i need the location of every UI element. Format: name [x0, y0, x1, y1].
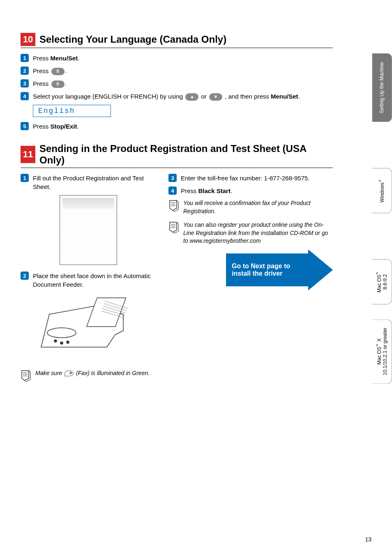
step-badge: 2 — [21, 272, 29, 280]
up-key-icon: ▲ — [185, 93, 198, 101]
arrow-label: Go to Next page to install the driver — [232, 263, 302, 277]
key-label: Black Start — [198, 187, 231, 194]
tab-macos-x[interactable]: Mac OS® X10.1/10.2.1 or greater — [372, 319, 392, 384]
step-badge: 5 — [21, 122, 29, 130]
side-tabs: Setting Up the Machine Windows® Mac OS®8… — [372, 53, 392, 384]
note-icon — [168, 221, 179, 233]
step-badge: 3 — [168, 174, 177, 182]
svg-point-2 — [54, 340, 57, 342]
step-text: Place the sheet face down in the Automat… — [33, 272, 156, 289]
fax-mode-icon — [65, 371, 74, 376]
step-text: Press — [33, 123, 51, 130]
note-confirmation: You will receive a confirmation fax of y… — [168, 199, 333, 215]
note-text: (Fax) is illuminated in Green. — [76, 370, 150, 376]
section-title-10: Selecting Your Language (Canada Only) — [39, 34, 226, 45]
step-10-3: 3 Press 0. — [21, 79, 333, 88]
next-page-arrow: Go to Next page to install the driver — [226, 253, 333, 286]
page-content: 10 Selecting Your Language (Canada Only)… — [0, 0, 353, 408]
step-11-4: 4 Press Black Start. — [168, 187, 333, 195]
step-10-4: 4 Select your language (ENGLISH or FRENC… — [21, 92, 333, 101]
svg-point-1 — [47, 328, 76, 338]
step-text: Press — [33, 55, 51, 62]
left-column: 1 Fill out the Product Registration and … — [21, 174, 156, 387]
svg-point-4 — [67, 341, 69, 343]
section-number-10: 10 — [21, 33, 35, 46]
zero-key-icon: 0 — [51, 81, 65, 88]
step-11-1: 1 Fill out the Product Registration and … — [21, 174, 156, 191]
note-text: Make sure — [35, 370, 64, 376]
svg-point-3 — [60, 342, 63, 344]
tab-macos-86[interactable]: Mac OS®8.6-9.2 — [372, 259, 392, 304]
step-badge: 4 — [168, 187, 177, 195]
step-10-5: 5 Press Stop/Exit. — [21, 122, 333, 131]
step-text: Press — [181, 187, 198, 194]
registration-sheet-illustration — [60, 195, 117, 265]
section-number-11: 11 — [21, 146, 35, 163]
section-title-11: Sending in the Product Registration and … — [39, 143, 333, 166]
note-icon — [168, 199, 179, 212]
note-icon — [21, 369, 31, 382]
step-badge: 1 — [21, 54, 29, 62]
step-badge: 4 — [21, 92, 29, 100]
step-text: Press — [33, 67, 51, 74]
step-badge: 2 — [21, 67, 29, 75]
step-text: Fill out the Product Registration and Te… — [33, 174, 156, 191]
tab-setting-up[interactable]: Setting Up the Machine — [372, 53, 392, 122]
note-fax-green: Make sure (Fax) is illuminated in Green. — [21, 369, 156, 382]
step-10-2: 2 Press 0. — [21, 67, 333, 75]
key-label: Stop/Exit — [51, 123, 77, 130]
step-badge: 1 — [21, 174, 29, 182]
key-label: Menu/Set — [51, 55, 78, 62]
tab-windows[interactable]: Windows® — [372, 168, 392, 213]
key-label: Menu/Set — [271, 93, 298, 100]
step-11-2: 2 Place the sheet face down in the Autom… — [21, 272, 156, 289]
right-column: 3 Enter the toll-free fax number: 1-877-… — [168, 174, 333, 387]
step-badge: 3 — [21, 79, 29, 88]
section-10-header: 10 Selecting Your Language (Canada Only) — [21, 33, 333, 48]
note-text: You can also register your product onlin… — [183, 221, 333, 245]
lcd-display: English — [33, 105, 111, 117]
note-text: You will receive a confirmation fax of y… — [183, 199, 333, 215]
note-online-register: You can also register your product onlin… — [168, 221, 333, 245]
step-text: Press — [33, 80, 51, 87]
step-text: Enter the toll-free fax number: 1-877-26… — [181, 174, 310, 182]
printer-illustration — [33, 294, 136, 364]
page-number: 13 — [365, 536, 371, 543]
step-10-1: 1 Press Menu/Set. — [21, 54, 333, 62]
step-11-3: 3 Enter the toll-free fax number: 1-877-… — [168, 174, 333, 182]
down-key-icon: ▼ — [209, 93, 222, 101]
step-text: Select your language (ENGLISH or FRENCH)… — [33, 93, 184, 100]
zero-key-icon: 0 — [51, 68, 65, 75]
section-11-header: 11 Sending in the Product Registration a… — [21, 143, 333, 168]
